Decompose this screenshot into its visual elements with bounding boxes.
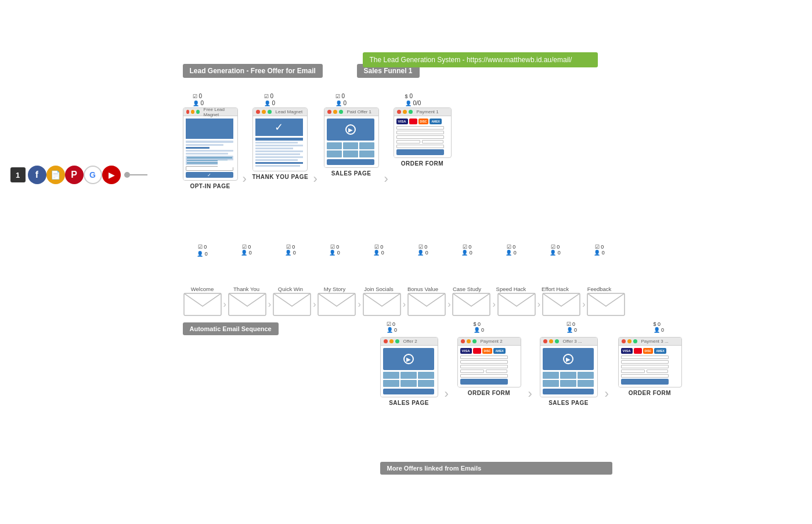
diagram-area: The Lead Generation System - https://www… xyxy=(6,0,807,500)
email-envelope-3 xyxy=(272,292,312,317)
facebook-icon[interactable]: f xyxy=(28,166,46,184)
traffic-sources: 1 f 📄 P G ▶ xyxy=(10,166,147,184)
email-envelope-10 xyxy=(586,292,626,317)
connector-dot xyxy=(124,172,130,178)
offer3-card: Offer 3 ... ▶ SALES PAGE xyxy=(540,337,598,406)
payment2-card: Payment 2 VISA DISC AMEX O xyxy=(457,337,521,396)
email-envelopes-row: › › › › xyxy=(183,292,626,317)
arrow-payment2-offer3: › xyxy=(528,386,532,401)
traffic-number: 1 xyxy=(10,167,26,182)
more-offers-label: More Offers linked from Emails xyxy=(380,462,612,475)
payment2-stats: $ 0 👤 0 xyxy=(474,321,485,333)
offer3-stats: ☑ 0 👤 0 xyxy=(566,321,578,333)
offer2-stats: ☑ 0 👤 0 xyxy=(387,321,398,333)
document-icon[interactable]: 📄 xyxy=(46,166,65,184)
payment3-card: Payment 3 ... VISA DISC AMEX xyxy=(618,337,682,396)
arrow-offer2-payment2: › xyxy=(445,386,449,401)
thankyou-stats: ☑ 0 👤 0 xyxy=(264,93,276,109)
email-envelope-4 xyxy=(317,292,356,317)
arrow-3: › xyxy=(384,171,388,186)
connector-line xyxy=(130,174,147,175)
top-bar-text: The Lead Generation System - https://www… xyxy=(370,56,572,64)
arrow-1: › xyxy=(243,171,247,186)
optin-stats: ☑ 0 👤 0 xyxy=(193,93,204,109)
pinterest-icon[interactable]: P xyxy=(65,166,84,184)
order1-stats: $ 0 👤 0/0 xyxy=(405,93,421,109)
email-envelope-1 xyxy=(183,292,222,317)
sales1-card: Paid Offer 1 ▶ SALES PAGE xyxy=(324,107,379,177)
email-names-row: Welcome Thank You Quick Win My Story Joi… xyxy=(183,286,619,292)
email-envelope-6 xyxy=(407,292,446,317)
sales1-stats: ☑ 0 👤 0 xyxy=(335,93,347,109)
email-seq-label: Automatic Email Sequence xyxy=(183,322,279,335)
arrow-offer3-payment3: › xyxy=(605,386,609,401)
email-envelope-9 xyxy=(542,292,581,317)
thankyou-card: Lead Magnet ✓ xyxy=(252,107,309,180)
email-envelope-8 xyxy=(497,292,536,317)
payment3-stats: $ 0 👤 0 xyxy=(654,321,665,333)
email-envelope-2 xyxy=(228,292,267,317)
order1-card: Payment 1 VISA DISC AMEX O xyxy=(394,107,452,167)
lead-gen-label: Lead Generation - Free Offer for Email xyxy=(183,64,323,78)
email-envelope-7 xyxy=(452,292,491,317)
email-envelope-5 xyxy=(362,292,402,317)
optin-card: Free Lead Magnet xyxy=(183,107,238,189)
youtube-icon[interactable]: ▶ xyxy=(102,166,121,184)
offer2-card: Offer 2 ▶ SALES PAGE xyxy=(380,337,438,406)
top-bar: The Lead Generation System - https://www… xyxy=(363,52,598,67)
google-icon[interactable]: G xyxy=(84,166,102,184)
email-labels-row: ☑ 0 👤 0 ☑ 0 👤 0 ☑ 0 👤 0 ☑ 0 👤 0 ☑ 0 👤 0 … xyxy=(183,244,619,257)
arrow-2: › xyxy=(313,171,317,186)
